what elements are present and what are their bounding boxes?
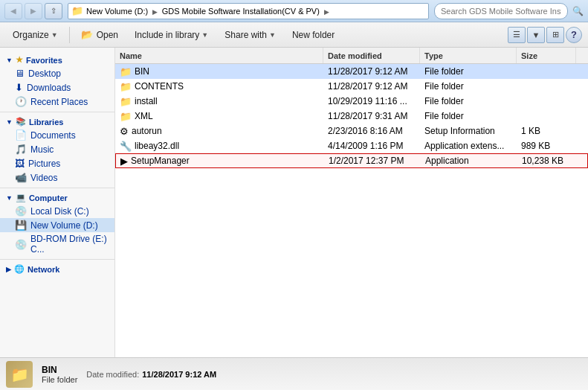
network-icon: 🌐 xyxy=(14,264,25,274)
toggle-pane-button[interactable]: ⊞ xyxy=(546,27,564,43)
view-arrow-button[interactable]: ▼ xyxy=(527,27,545,43)
sidebar-item-recent-places[interactable]: 🕐 Recent Places xyxy=(0,95,114,109)
open-button[interactable]: 📂 Open xyxy=(74,26,125,43)
local-disk-icon: 💿 xyxy=(15,205,27,217)
downloads-icon: ⬇ xyxy=(15,82,23,93)
table-row[interactable]: 📁 XML 11/28/2017 9:31 AM File folder xyxy=(115,109,588,124)
file-type-icon: ⚙ xyxy=(120,126,129,137)
title-bar: ◀ ▶ ⇧ 📁 New Volume (D:) ▶ GDS Mobile Sof… xyxy=(0,0,588,22)
libraries-arrow: ▼ xyxy=(6,118,13,126)
table-row[interactable]: 📁 install 10/29/2019 11:16 ... File fold… xyxy=(115,94,588,109)
file-size-cell: 989 KB xyxy=(517,138,576,153)
file-type-icon: 🔧 xyxy=(120,141,132,152)
file-type-icon: 📁 xyxy=(120,66,132,77)
file-type-icon: 📁 xyxy=(120,81,132,92)
up-button[interactable]: ⇧ xyxy=(45,3,62,19)
toolbar-sep-1 xyxy=(69,27,70,43)
computer-arrow: ▼ xyxy=(6,194,13,202)
music-icon: 🎵 xyxy=(15,144,27,155)
file-name-cell: 🔧 libeay32.dll xyxy=(115,138,323,153)
column-size-header[interactable]: Size xyxy=(517,48,576,63)
forward-button[interactable]: ▶ xyxy=(25,3,42,19)
file-type-cell: Application extens... xyxy=(420,138,517,153)
file-name-cell: 📁 BIN xyxy=(115,64,323,79)
libraries-label: Libraries xyxy=(29,118,63,127)
computer-header[interactable]: ▼ 💻 Computer xyxy=(0,191,114,204)
file-type-cell: File folder xyxy=(420,94,517,109)
file-size-cell xyxy=(517,94,576,109)
address-bar[interactable]: 📁 New Volume (D:) ▶ GDS Mobile Software … xyxy=(68,3,429,19)
sidebar-divider-2 xyxy=(0,188,114,188)
computer-icon: 💻 xyxy=(16,193,26,202)
status-file-icon: 📁 xyxy=(6,361,33,388)
sidebar-item-desktop[interactable]: 🖥 Desktop xyxy=(0,66,114,80)
table-row[interactable]: 🔧 libeay32.dll 4/14/2009 1:16 PM Applica… xyxy=(115,138,588,153)
sidebar-item-local-disk[interactable]: 💿 Local Disk (C:) xyxy=(0,204,114,218)
search-icon: 🔍 xyxy=(572,6,584,16)
favorites-star-icon: ★ xyxy=(16,55,23,65)
share-button[interactable]: Share with ▼ xyxy=(218,27,282,43)
file-name-cell: 📁 XML xyxy=(115,109,323,124)
file-name: XML xyxy=(135,111,153,121)
file-list-header: Name Date modified Type Size xyxy=(115,48,588,64)
network-header[interactable]: ▶ 🌐 Network xyxy=(0,263,114,275)
search-input[interactable] xyxy=(434,3,568,19)
favorites-section: ▼ ★ Favorites 🖥 Desktop ⬇ Downloads 🕐 Re… xyxy=(0,54,114,109)
sidebar-item-pictures[interactable]: 🖼 Pictures xyxy=(0,156,114,170)
column-name-header[interactable]: Name xyxy=(115,48,323,63)
file-type-cell: Application xyxy=(421,154,517,167)
sidebar-item-bdrom[interactable]: 💿 BD-ROM Drive (E:) C... xyxy=(0,232,114,256)
file-name-cell: 📁 CONTENTS xyxy=(115,79,323,94)
file-size-cell: 10,238 KB xyxy=(517,154,577,167)
status-bar: 📁 BIN File folder Date modified: 11/28/2… xyxy=(0,357,588,390)
sidebar-item-documents[interactable]: 📄 Documents xyxy=(0,128,114,142)
sidebar-item-music[interactable]: 🎵 Music xyxy=(0,142,114,156)
table-row[interactable]: ▶ SetupManager 1/2/2017 12:37 PM Applica… xyxy=(115,153,588,168)
file-name-cell: ⚙ autorun xyxy=(115,124,323,138)
file-type-icon: 📁 xyxy=(120,111,132,122)
file-date-cell: 10/29/2019 11:16 ... xyxy=(323,94,420,109)
file-size-cell xyxy=(517,109,576,124)
file-name: BIN xyxy=(135,66,149,77)
sidebar-divider-3 xyxy=(0,259,114,260)
view-list-button[interactable]: ☰ xyxy=(508,27,526,43)
help-button[interactable]: ? xyxy=(566,27,582,43)
libraries-section: ▼ 📚 Libraries 📄 Documents 🎵 Music 🖼 Pict… xyxy=(0,115,114,185)
file-name: install xyxy=(135,96,158,106)
network-arrow: ▶ xyxy=(6,266,11,273)
documents-icon: 📄 xyxy=(15,130,27,141)
new-folder-button[interactable]: New folder xyxy=(285,27,341,43)
share-arrow: ▼ xyxy=(269,31,276,39)
new-volume-icon: 💾 xyxy=(15,220,27,231)
computer-section: ▼ 💻 Computer 💿 Local Disk (C:) 💾 New Vol… xyxy=(0,191,114,256)
file-type-cell: File folder xyxy=(420,79,517,94)
table-row[interactable]: ⚙ autorun 2/23/2016 8:16 AM Setup Inform… xyxy=(115,124,588,138)
bdrom-icon: 💿 xyxy=(15,239,27,250)
column-type-header[interactable]: Type xyxy=(420,48,517,63)
table-row[interactable]: 📁 CONTENTS 11/28/2017 9:12 AM File folde… xyxy=(115,79,588,94)
include-library-button[interactable]: Include in library ▼ xyxy=(128,27,215,43)
sidebar: ▼ ★ Favorites 🖥 Desktop ⬇ Downloads 🕐 Re… xyxy=(0,48,115,357)
favorites-header[interactable]: ▼ ★ Favorites xyxy=(0,54,114,66)
sidebar-item-downloads[interactable]: ⬇ Downloads xyxy=(0,80,114,95)
sidebar-item-videos[interactable]: 📹 Videos xyxy=(0,170,114,185)
sidebar-divider-1 xyxy=(0,112,114,112)
file-type-cell: File folder xyxy=(420,64,517,79)
file-date-cell: 11/28/2017 9:12 AM xyxy=(323,64,420,79)
favorites-label: Favorites xyxy=(26,56,62,65)
sidebar-item-new-volume[interactable]: 💾 New Volume (D:) xyxy=(0,218,114,232)
status-name: BIN xyxy=(42,365,77,375)
column-date-header[interactable]: Date modified xyxy=(323,48,420,63)
table-row[interactable]: 📁 BIN 11/28/2017 9:12 AM File folder xyxy=(115,64,588,79)
back-button[interactable]: ◀ xyxy=(4,3,22,19)
libraries-header[interactable]: ▼ 📚 Libraries xyxy=(0,115,114,128)
file-name: CONTENTS xyxy=(135,81,184,92)
organize-arrow: ▼ xyxy=(51,31,58,39)
include-library-arrow: ▼ xyxy=(201,31,208,39)
organize-button[interactable]: Organize ▼ xyxy=(6,27,65,43)
path-part-1: New Volume (D:) xyxy=(86,7,148,16)
address-text: New Volume (D:) ▶ GDS Mobile Software In… xyxy=(86,7,425,16)
desktop-icon: 🖥 xyxy=(15,68,25,79)
file-type-icon: ▶ xyxy=(120,156,128,167)
file-pane: Name Date modified Type Size 📁 BIN 11/28… xyxy=(115,48,588,357)
